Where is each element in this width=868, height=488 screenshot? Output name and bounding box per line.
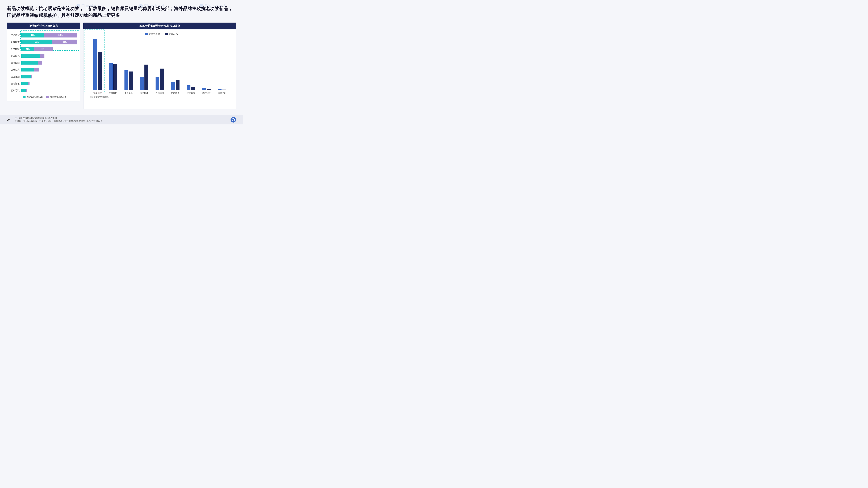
footer-notes: 注：海外品牌指品牌/所属集团注册地不在中国 数据源：Flywheel数据库。数据… xyxy=(14,117,104,123)
bar-group-7 xyxy=(198,88,214,90)
x-label-7: 清洁卸妆 xyxy=(198,92,214,95)
right-panel-header: 2023年护肤新品销售情况-按功效分 xyxy=(83,23,236,29)
footer-note2: 数据源：Flywheel数据库。数据未经审计，仅供参考，若数据与官方公布冲突，以… xyxy=(14,120,104,123)
bar-dark-5 xyxy=(176,80,180,90)
bar-row-fsgl: 防晒隔离 xyxy=(9,67,77,72)
bar-label-kljz: 抗老紧致 xyxy=(9,33,21,37)
bar-track-fsgl xyxy=(21,67,39,72)
bar-group-1 xyxy=(105,63,121,90)
right-legend-blue-label: 销售额占比 xyxy=(149,32,160,35)
bar-seg-purple-qdnf xyxy=(31,75,32,78)
left-chart-area: 抗老紧致 41% 59% 舒缓修护 56% xyxy=(7,29,80,102)
bar-label-qjky: 清洁控油 xyxy=(9,61,21,64)
footer-note1: 注：海外品牌指品牌/所属集团注册地不在中国 xyxy=(14,117,104,120)
bar-label-qjxz: 清洁卸妆 xyxy=(9,82,21,85)
page-number: 29 xyxy=(7,118,10,121)
x-label-3: 清洁控油 xyxy=(136,92,152,95)
bar-seg-teal-jzmk xyxy=(21,89,26,92)
bar-blue-5 xyxy=(171,82,175,90)
footer-logo-inner xyxy=(232,118,235,121)
bar-track-mbtl xyxy=(21,54,44,58)
bar-group-8 xyxy=(214,89,230,90)
bar-blue-3 xyxy=(140,77,144,90)
x-label-0: 抗老紧致 xyxy=(90,92,105,95)
bar-seg-purple-qjky xyxy=(38,61,42,65)
right-panel: 2023年护肤新品销售情况-按功效分 销售额占比 销量占比 xyxy=(83,23,236,109)
bar-seg-purple-kljz: 59% xyxy=(44,33,77,37)
bar-track-bsbs: 41% 59% xyxy=(21,46,53,52)
bar-row-qdnf: 祛痘嫩肤 xyxy=(9,74,77,79)
footer: 29 | 注：海外品牌指品牌/所属集团注册地不在中国 数据源：Flywheel数… xyxy=(0,115,243,124)
bar-track-qjxz xyxy=(21,81,30,86)
bar-row-bsbs: 补水保湿 41% 59% xyxy=(9,46,77,52)
x-label-8: 紧致毛孔 xyxy=(214,92,230,95)
bar-row-qjky: 清洁控油 xyxy=(9,60,77,65)
bar-row-qjxz: 清洁卸妆 xyxy=(9,81,77,86)
bar-dark-6 xyxy=(191,87,195,90)
bar-seg-teal-qdnf xyxy=(21,75,31,78)
bar-group-3 xyxy=(136,65,152,90)
legend-item-purple: 海外品牌上新占比 xyxy=(46,95,66,98)
bar-group-4 xyxy=(152,69,167,90)
legend-color-teal xyxy=(23,96,26,98)
footer-divider: | xyxy=(12,118,12,121)
bar-track-qdnf xyxy=(21,74,32,79)
bar-seg-purple-bsbs: 59% xyxy=(34,47,53,51)
bar-label-shmh: 舒缓修护 xyxy=(9,40,21,43)
legend-item-teal: 国货品牌上新占比 xyxy=(23,95,43,98)
bar-group-0 xyxy=(90,39,105,90)
chart-note: 注：横轴按销售额排行 xyxy=(86,96,233,98)
bar-label-mbtl: 美白提亮 xyxy=(9,54,21,58)
bar-dark-3 xyxy=(145,65,148,90)
legend-sq-blue xyxy=(145,33,148,35)
bar-track-jzmk xyxy=(21,88,27,93)
bar-group-5 xyxy=(167,80,183,90)
bar-dark-8 xyxy=(222,90,226,90)
bar-seg-teal-qjxz xyxy=(21,82,28,86)
right-legend-item-dark: 销量占比 xyxy=(165,32,178,35)
bar-blue-7 xyxy=(202,88,206,90)
left-legend: 国货品牌上新占比 海外品牌上新占比 xyxy=(9,95,77,98)
left-panel-header: 护肤细分功效上新数分布 xyxy=(7,23,80,29)
bar-track-qjky xyxy=(21,60,42,65)
x-label-5: 防晒隔离 xyxy=(167,92,183,95)
bar-row-shmh: 舒缓修护 56% 44% xyxy=(9,39,77,44)
x-label-1: 舒缓修护 xyxy=(105,92,121,95)
legend-label-purple: 海外品牌上新占比 xyxy=(50,95,66,98)
x-label-6: 祛痘嫩肤 xyxy=(183,92,198,95)
x-label-2: 美白提亮 xyxy=(121,92,136,95)
legend-sq-dark xyxy=(165,33,168,35)
bar-label-qdnf: 祛痘嫩肤 xyxy=(9,75,21,78)
page-title: 新品功效概览：抗老紧致是主流功效，上新数最多，销售额及销量均稳居市场头部；海外品… xyxy=(7,5,236,19)
footer-logo xyxy=(230,117,236,123)
bar-seg-teal-kljz: 41% xyxy=(21,33,44,37)
bar-dark-4 xyxy=(160,69,164,90)
bar-track-shmh: 56% 44% xyxy=(21,39,77,44)
legend-color-purple xyxy=(46,96,49,98)
bar-track-kljz: 41% 59% xyxy=(21,33,77,37)
bar-seg-teal-bsbs: 41% xyxy=(21,47,34,51)
bar-row-mbtl: 美白提亮 xyxy=(9,54,77,58)
charts-container: 护肤细分功效上新数分布 抗老紧致 41% 59% xyxy=(7,23,236,109)
bar-dark-7 xyxy=(207,89,211,90)
bar-group-6 xyxy=(183,86,198,90)
bar-seg-purple-shmh: 44% xyxy=(53,39,77,44)
bar-blue-8 xyxy=(218,89,221,90)
bar-blue-6 xyxy=(187,86,190,90)
bar-dark-1 xyxy=(113,64,117,90)
right-chart-area: 销售额占比 销量占比 抗老紧致舒缓修护美白提亮清洁控油补水保湿防晒隔离祛痘嫩肤清… xyxy=(83,29,236,109)
bar-seg-purple-fsgl xyxy=(34,68,39,71)
x-labels: 抗老紧致舒缓修护美白提亮清洁控油补水保湿防晒隔离祛痘嫩肤清洁卸妆紧致毛孔 xyxy=(86,92,233,95)
bar-blue-4 xyxy=(156,77,159,90)
bar-seg-teal-shmh: 56% xyxy=(21,39,53,44)
bar-seg-purple-jzmk xyxy=(26,89,27,92)
right-legend-item-blue: 销售额占比 xyxy=(145,32,160,35)
bar-blue-1 xyxy=(109,63,113,90)
bar-chart xyxy=(86,38,233,90)
bar-dark-2 xyxy=(129,71,133,90)
right-legend: 销售额占比 销量占比 xyxy=(86,32,233,35)
page-wrapper: 新品功效概览：抗老紧致是主流功效，上新数最多，销售额及销量均稳居市场头部；海外品… xyxy=(0,0,243,112)
bar-label-jzmk: 紧致毛孔 xyxy=(9,89,21,92)
x-label-4: 补水保湿 xyxy=(152,92,167,95)
bar-seg-purple-mbtl xyxy=(39,54,44,58)
